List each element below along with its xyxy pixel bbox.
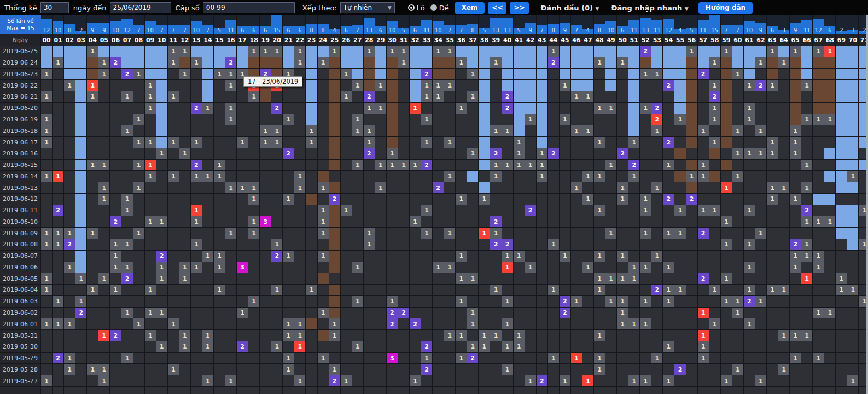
- grid-cell[interactable]: 1: [651, 69, 663, 80]
- grid-cell[interactable]: [421, 148, 433, 160]
- grid-cell[interactable]: 1: [640, 318, 651, 330]
- grid-cell[interactable]: [778, 216, 790, 228]
- grid-cell[interactable]: 1: [364, 46, 375, 57]
- grid-cell[interactable]: 1: [87, 91, 98, 103]
- grid-cell[interactable]: 1: [341, 69, 352, 80]
- grid-cell[interactable]: [467, 205, 479, 217]
- grid-cell[interactable]: [813, 330, 824, 341]
- grid-cell[interactable]: [836, 103, 847, 114]
- grid-cell[interactable]: [836, 194, 847, 205]
- grid-cell[interactable]: 1: [433, 80, 444, 91]
- grid-cell[interactable]: [444, 57, 456, 69]
- grid-cell[interactable]: [755, 387, 767, 394]
- grid-cell[interactable]: 1: [41, 285, 53, 296]
- grid-cell[interactable]: [514, 171, 525, 182]
- grid-cell[interactable]: 1: [502, 125, 514, 137]
- grid-cell[interactable]: 1: [352, 296, 364, 308]
- grid-cell[interactable]: [744, 137, 755, 148]
- grid-cell[interactable]: 1: [64, 353, 75, 364]
- grid-cell[interactable]: [537, 353, 548, 364]
- grid-cell[interactable]: 1: [41, 273, 53, 285]
- grid-cell[interactable]: 1: [375, 103, 387, 114]
- grid-cell[interactable]: 1: [444, 171, 456, 182]
- grid-cell[interactable]: [364, 353, 375, 364]
- grid-cell[interactable]: [594, 308, 605, 319]
- grid-cell[interactable]: [145, 69, 156, 80]
- grid-cell[interactable]: [283, 125, 294, 137]
- grid-cell[interactable]: [145, 57, 156, 69]
- grid-cell[interactable]: [721, 353, 732, 364]
- grid-cell[interactable]: [479, 91, 490, 103]
- grid-cell[interactable]: 1: [294, 341, 306, 353]
- grid-cell[interactable]: 1: [248, 228, 260, 239]
- grid-cell[interactable]: [721, 148, 732, 160]
- grid-cell[interactable]: [698, 318, 709, 330]
- grid-cell[interactable]: [467, 216, 479, 228]
- grid-cell[interactable]: [582, 160, 594, 171]
- grid-cell[interactable]: [98, 125, 110, 137]
- grid-cell[interactable]: [110, 387, 121, 394]
- grid-cell[interactable]: [628, 216, 640, 228]
- grid-cell[interactable]: [617, 216, 628, 228]
- grid-cell[interactable]: [537, 296, 548, 308]
- grid-cell[interactable]: [790, 228, 801, 239]
- grid-cell[interactable]: [847, 125, 859, 137]
- grid-cell[interactable]: [398, 205, 410, 217]
- grid-cell[interactable]: [744, 251, 755, 262]
- grid-cell[interactable]: [64, 114, 75, 126]
- grid-cell[interactable]: [744, 308, 755, 319]
- grid-cell[interactable]: [283, 341, 294, 353]
- grid-cell[interactable]: [214, 46, 225, 57]
- grid-cell[interactable]: [260, 318, 271, 330]
- grid-cell[interactable]: 1: [502, 251, 514, 262]
- grid-cell[interactable]: [709, 296, 721, 308]
- grid-cell[interactable]: [560, 216, 571, 228]
- grid-cell[interactable]: 1: [110, 262, 121, 274]
- grid-cell[interactable]: [41, 103, 53, 114]
- grid-cell[interactable]: 1: [605, 228, 617, 239]
- grid-cell[interactable]: 1: [41, 114, 53, 126]
- grid-cell[interactable]: [847, 91, 859, 103]
- grid-cell[interactable]: [847, 318, 859, 330]
- radio-de-label[interactable]: Đề: [439, 4, 449, 12]
- grid-cell[interactable]: [548, 91, 560, 103]
- grid-cell[interactable]: [306, 330, 317, 341]
- grid-cell[interactable]: [191, 182, 202, 194]
- grid-cell[interactable]: [732, 80, 744, 91]
- grid-cell[interactable]: [433, 216, 444, 228]
- grid-cell[interactable]: [433, 171, 444, 182]
- grid-cell[interactable]: 1: [778, 285, 790, 296]
- grid-cell[interactable]: [548, 330, 560, 341]
- grid-cell[interactable]: [202, 160, 214, 171]
- grid-cell[interactable]: 1: [121, 91, 133, 103]
- grid-cell[interactable]: [133, 353, 145, 364]
- grid-cell[interactable]: [479, 125, 490, 137]
- grid-cell[interactable]: 1: [318, 228, 329, 239]
- grid-cell[interactable]: 1: [294, 171, 306, 182]
- grid-cell[interactable]: 2: [283, 148, 294, 160]
- grid-cell[interactable]: [732, 251, 744, 262]
- grid-cell[interactable]: [813, 273, 824, 285]
- grid-cell[interactable]: [75, 182, 87, 194]
- grid-cell[interactable]: [306, 318, 317, 330]
- grid-cell[interactable]: [560, 228, 571, 239]
- grid-cell[interactable]: 1: [433, 91, 444, 103]
- grid-cell[interactable]: [456, 262, 467, 274]
- grid-cell[interactable]: [87, 239, 98, 251]
- grid-cell[interactable]: [294, 148, 306, 160]
- grid-cell[interactable]: [410, 251, 421, 262]
- grid-cell[interactable]: [294, 205, 306, 217]
- grid-cell[interactable]: 1: [87, 80, 98, 91]
- grid-cell[interactable]: [514, 205, 525, 217]
- grid-cell[interactable]: [75, 171, 87, 182]
- grid-cell[interactable]: [560, 57, 571, 69]
- grid-cell[interactable]: [490, 353, 502, 364]
- grid-cell[interactable]: [767, 216, 778, 228]
- grid-cell[interactable]: [525, 103, 537, 114]
- grid-cell[interactable]: [617, 228, 628, 239]
- grid-cell[interactable]: [214, 364, 225, 375]
- grid-cell[interactable]: 1: [168, 364, 179, 375]
- grid-cell[interactable]: 1: [744, 80, 755, 91]
- grid-cell[interactable]: [537, 228, 548, 239]
- grid-cell[interactable]: [537, 216, 548, 228]
